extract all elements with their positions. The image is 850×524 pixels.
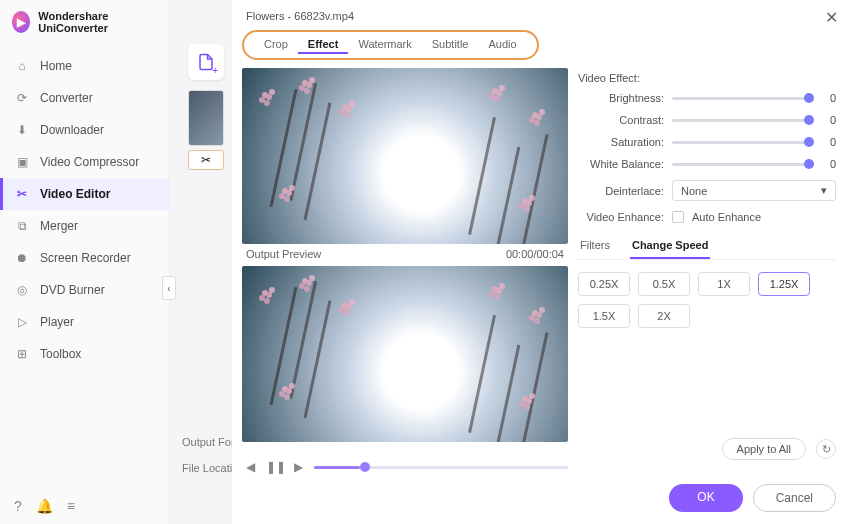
editor-tabs: Crop Effect Watermark Subtitle Audio — [242, 30, 840, 60]
speed-0-5x[interactable]: 0.5X — [638, 272, 690, 296]
sidebar-item-player[interactable]: ▷Player — [0, 306, 169, 338]
subtab-change-speed[interactable]: Change Speed — [630, 235, 710, 259]
tab-audio[interactable]: Audio — [478, 36, 526, 54]
pause-button[interactable]: ❚❚ — [266, 460, 282, 474]
contrast-label: Contrast: — [578, 114, 664, 126]
white-balance-row: White Balance: 0 — [578, 158, 836, 170]
sidebar-item-converter[interactable]: ⟳Converter — [0, 82, 169, 114]
app-name: Wondershare UniConverter — [38, 10, 157, 34]
deinterlace-value: None — [681, 185, 707, 197]
sidebar: ▶ Wondershare UniConverter ⌂Home ⟳Conver… — [0, 0, 170, 524]
contrast-value: 0 — [822, 114, 836, 126]
clip-edit-badge[interactable]: ✂ — [188, 150, 224, 170]
home-icon: ⌂ — [14, 58, 30, 74]
add-file-button[interactable]: + — [188, 44, 224, 80]
tab-crop[interactable]: Crop — [254, 36, 298, 54]
sidebar-item-merger[interactable]: ⧉Merger — [0, 210, 169, 242]
clip-thumbnail[interactable] — [188, 90, 224, 146]
speed-1-25x[interactable]: 1.25X — [758, 272, 810, 296]
sidebar-item-label: Toolbox — [40, 347, 81, 361]
collapse-sidebar-handle[interactable]: ‹ — [162, 276, 176, 300]
cancel-button[interactable]: Cancel — [753, 484, 836, 512]
clip-column: + ✂ — [182, 44, 230, 170]
playback-bar: ◀ ❚❚ ▶ — [242, 460, 568, 474]
chevron-down-icon: ▾ — [821, 184, 827, 197]
help-icon[interactable]: ? — [14, 498, 22, 514]
sidebar-item-label: Video Compressor — [40, 155, 139, 169]
speed-options: 0.25X 0.5X 1X 1.25X 1.5X 2X — [578, 272, 836, 328]
sidebar-nav: ⌂Home ⟳Converter ⬇Downloader ▣Video Comp… — [0, 50, 169, 370]
sidebar-item-label: Converter — [40, 91, 93, 105]
auto-enhance-label: Auto Enhance — [692, 211, 761, 223]
sidebar-item-video-editor[interactable]: ✂Video Editor — [0, 178, 169, 210]
speed-1-5x[interactable]: 1.5X — [578, 304, 630, 328]
speed-2x[interactable]: 2X — [638, 304, 690, 328]
saturation-slider[interactable] — [672, 141, 814, 144]
subtab-filters[interactable]: Filters — [578, 235, 612, 259]
white-balance-slider[interactable] — [672, 163, 814, 166]
saturation-label: Saturation: — [578, 136, 664, 148]
sidebar-item-dvd-burner[interactable]: ◎DVD Burner — [0, 274, 169, 306]
sidebar-item-label: Home — [40, 59, 72, 73]
preview-time: 00:00/00:04 — [506, 248, 564, 260]
brightness-value: 0 — [822, 92, 836, 104]
merge-icon: ⧉ — [14, 218, 30, 234]
playback-slider[interactable] — [314, 466, 568, 469]
brightness-slider[interactable] — [672, 97, 814, 100]
white-balance-value: 0 — [822, 158, 836, 170]
sidebar-item-label: Video Editor — [40, 187, 110, 201]
disc-icon: ◎ — [14, 282, 30, 298]
editor-filename: Flowers - 66823v.mp4 — [232, 0, 850, 28]
video-enhance-label: Video Enhance: — [578, 211, 664, 223]
settings-icon[interactable]: ≡ — [67, 498, 75, 514]
compress-icon: ▣ — [14, 154, 30, 170]
app-logo-icon: ▶ — [12, 11, 30, 33]
saturation-value: 0 — [822, 136, 836, 148]
scissors-icon: ✂ — [14, 186, 30, 202]
ok-button[interactable]: OK — [669, 484, 742, 512]
effect-subtabs: Filters Change Speed — [578, 235, 836, 260]
effect-controls: Video Effect: Brightness: 0 Contrast: 0 … — [578, 68, 840, 442]
auto-enhance-checkbox[interactable] — [672, 211, 684, 223]
editor-panel: Flowers - 66823v.mp4 ✕ Crop Effect Water… — [232, 0, 850, 524]
saturation-row: Saturation: 0 — [578, 136, 836, 148]
close-icon[interactable]: ✕ — [825, 8, 838, 27]
app-logo-row: ▶ Wondershare UniConverter — [0, 0, 169, 44]
download-icon: ⬇ — [14, 122, 30, 138]
enhance-row: Video Enhance: Auto Enhance — [578, 211, 836, 223]
plus-icon: + — [212, 65, 218, 76]
contrast-slider[interactable] — [672, 119, 814, 122]
deinterlace-row: Deinterlace: None ▾ — [578, 180, 836, 201]
sidebar-item-compressor[interactable]: ▣Video Compressor — [0, 146, 169, 178]
sidebar-item-label: Screen Recorder — [40, 251, 131, 265]
sidebar-item-downloader[interactable]: ⬇Downloader — [0, 114, 169, 146]
source-preview — [242, 68, 568, 244]
tab-watermark[interactable]: Watermark — [348, 36, 421, 54]
next-frame-button[interactable]: ▶ — [290, 460, 306, 474]
speed-1x[interactable]: 1X — [698, 272, 750, 296]
output-preview-label: Output Preview — [246, 248, 321, 260]
speed-0-25x[interactable]: 0.25X — [578, 272, 630, 296]
apply-to-all-button[interactable]: Apply to All — [722, 438, 806, 460]
prev-frame-button[interactable]: ◀ — [242, 460, 258, 474]
output-preview — [242, 266, 568, 442]
video-effect-heading: Video Effect: — [578, 72, 836, 84]
sidebar-item-label: DVD Burner — [40, 283, 105, 297]
sidebar-item-label: Downloader — [40, 123, 104, 137]
contrast-row: Contrast: 0 — [578, 114, 836, 126]
brightness-label: Brightness: — [578, 92, 664, 104]
sidebar-item-home[interactable]: ⌂Home — [0, 50, 169, 82]
deinterlace-label: Deinterlace: — [578, 185, 664, 197]
play-icon: ▷ — [14, 314, 30, 330]
toolbox-icon: ⊞ — [14, 346, 30, 362]
sidebar-item-label: Player — [40, 315, 74, 329]
white-balance-label: White Balance: — [578, 158, 664, 170]
reset-button[interactable]: ↻ — [816, 439, 836, 459]
footer-icons: ? 🔔 ≡ — [14, 498, 75, 514]
deinterlace-select[interactable]: None ▾ — [672, 180, 836, 201]
sidebar-item-toolbox[interactable]: ⊞Toolbox — [0, 338, 169, 370]
bell-icon[interactable]: 🔔 — [36, 498, 53, 514]
tab-subtitle[interactable]: Subtitle — [422, 36, 479, 54]
tab-effect[interactable]: Effect — [298, 36, 349, 54]
sidebar-item-screen-recorder[interactable]: ⏺Screen Recorder — [0, 242, 169, 274]
